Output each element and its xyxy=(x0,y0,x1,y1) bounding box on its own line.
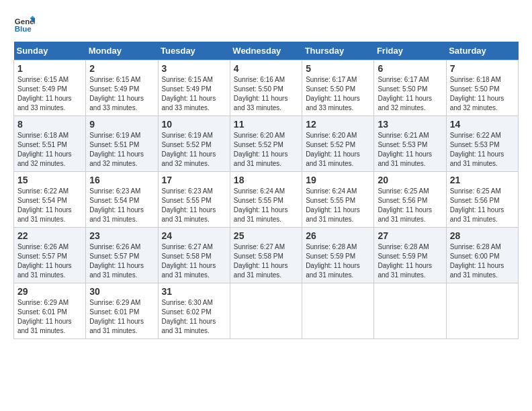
header-friday: Friday xyxy=(374,42,446,60)
day-info: Sunrise: 6:26 AMSunset: 5:57 PMDaylight:… xyxy=(89,242,154,280)
calendar-cell: 30Sunrise: 6:29 AMSunset: 6:01 PMDayligh… xyxy=(86,283,158,339)
day-info: Sunrise: 6:28 AMSunset: 5:59 PMDaylight:… xyxy=(378,242,442,280)
calendar-cell: 3Sunrise: 6:15 AMSunset: 5:49 PMDaylight… xyxy=(158,60,230,116)
calendar-cell xyxy=(374,283,446,339)
day-number: 5 xyxy=(306,63,370,74)
day-number: 26 xyxy=(306,230,370,241)
day-number: 16 xyxy=(89,175,154,185)
day-info: Sunrise: 6:22 AMSunset: 5:53 PMDaylight:… xyxy=(450,131,515,169)
calendar-row-2: 8Sunrise: 6:18 AMSunset: 5:51 PMDaylight… xyxy=(14,116,519,172)
day-info: Sunrise: 6:20 AMSunset: 5:52 PMDaylight:… xyxy=(306,131,370,169)
calendar-cell: 27Sunrise: 6:28 AMSunset: 5:59 PMDayligh… xyxy=(374,228,446,283)
calendar-cell: 16Sunrise: 6:23 AMSunset: 5:54 PMDayligh… xyxy=(86,172,158,228)
day-number: 8 xyxy=(17,119,82,130)
day-info: Sunrise: 6:24 AMSunset: 5:55 PMDaylight:… xyxy=(234,187,298,224)
header-tuesday: Tuesday xyxy=(158,42,230,60)
day-info: Sunrise: 6:29 AMSunset: 6:01 PMDaylight:… xyxy=(17,298,82,336)
day-number: 2 xyxy=(89,63,154,74)
calendar-cell: 13Sunrise: 6:21 AMSunset: 5:53 PMDayligh… xyxy=(374,116,446,172)
calendar-row-5: 29Sunrise: 6:29 AMSunset: 6:01 PMDayligh… xyxy=(14,283,519,339)
calendar-cell: 31Sunrise: 6:30 AMSunset: 6:02 PMDayligh… xyxy=(158,283,230,339)
day-info: Sunrise: 6:23 AMSunset: 5:55 PMDaylight:… xyxy=(162,187,226,224)
day-number: 4 xyxy=(234,63,298,74)
day-info: Sunrise: 6:23 AMSunset: 5:54 PMDaylight:… xyxy=(89,187,154,224)
day-info: Sunrise: 6:20 AMSunset: 5:52 PMDaylight:… xyxy=(234,131,298,169)
day-number: 22 xyxy=(17,230,82,241)
calendar-cell: 23Sunrise: 6:26 AMSunset: 5:57 PMDayligh… xyxy=(86,228,158,283)
calendar-cell: 4Sunrise: 6:16 AMSunset: 5:50 PMDaylight… xyxy=(230,60,302,116)
calendar-cell: 12Sunrise: 6:20 AMSunset: 5:52 PMDayligh… xyxy=(302,116,374,172)
day-info: Sunrise: 6:27 AMSunset: 5:58 PMDaylight:… xyxy=(234,242,298,280)
day-number: 18 xyxy=(234,175,298,185)
day-number: 10 xyxy=(162,119,226,130)
day-number: 29 xyxy=(17,286,82,297)
logo: General Blue xyxy=(13,13,38,35)
day-number: 17 xyxy=(162,175,226,185)
day-number: 7 xyxy=(450,63,515,74)
calendar-cell: 1Sunrise: 6:15 AMSunset: 5:49 PMDaylight… xyxy=(14,60,86,116)
day-number: 27 xyxy=(378,230,442,241)
day-info: Sunrise: 6:15 AMSunset: 5:49 PMDaylight:… xyxy=(17,75,82,113)
day-number: 12 xyxy=(306,119,370,130)
day-info: Sunrise: 6:25 AMSunset: 5:56 PMDaylight:… xyxy=(450,187,515,224)
day-info: Sunrise: 6:26 AMSunset: 5:57 PMDaylight:… xyxy=(17,242,82,280)
day-info: Sunrise: 6:29 AMSunset: 6:01 PMDaylight:… xyxy=(89,298,154,336)
day-number: 15 xyxy=(17,175,82,185)
calendar-cell: 18Sunrise: 6:24 AMSunset: 5:55 PMDayligh… xyxy=(230,172,302,228)
calendar-row-1: 1Sunrise: 6:15 AMSunset: 5:49 PMDaylight… xyxy=(14,60,519,116)
day-info: Sunrise: 6:15 AMSunset: 5:49 PMDaylight:… xyxy=(162,75,226,113)
calendar-cell: 11Sunrise: 6:20 AMSunset: 5:52 PMDayligh… xyxy=(230,116,302,172)
day-number: 19 xyxy=(306,175,370,185)
svg-text:Blue: Blue xyxy=(15,25,32,33)
day-number: 20 xyxy=(378,175,442,185)
calendar-cell: 24Sunrise: 6:27 AMSunset: 5:58 PMDayligh… xyxy=(158,228,230,283)
day-number: 28 xyxy=(450,230,515,241)
calendar-cell: 17Sunrise: 6:23 AMSunset: 5:55 PMDayligh… xyxy=(158,172,230,228)
day-info: Sunrise: 6:28 AMSunset: 6:00 PMDaylight:… xyxy=(450,242,515,280)
day-info: Sunrise: 6:30 AMSunset: 6:02 PMDaylight:… xyxy=(162,298,226,336)
calendar-cell: 25Sunrise: 6:27 AMSunset: 5:58 PMDayligh… xyxy=(230,228,302,283)
day-info: Sunrise: 6:19 AMSunset: 5:52 PMDaylight:… xyxy=(162,131,226,169)
day-info: Sunrise: 6:18 AMSunset: 5:50 PMDaylight:… xyxy=(450,75,515,113)
day-number: 6 xyxy=(378,63,442,74)
calendar-row-4: 22Sunrise: 6:26 AMSunset: 5:57 PMDayligh… xyxy=(14,228,519,283)
calendar-cell: 7Sunrise: 6:18 AMSunset: 5:50 PMDaylight… xyxy=(446,60,518,116)
day-number: 31 xyxy=(162,286,226,297)
calendar-cell: 5Sunrise: 6:17 AMSunset: 5:50 PMDaylight… xyxy=(302,60,374,116)
calendar-cell: 8Sunrise: 6:18 AMSunset: 5:51 PMDaylight… xyxy=(14,116,86,172)
day-number: 23 xyxy=(89,230,154,241)
day-number: 1 xyxy=(17,63,82,74)
day-number: 3 xyxy=(162,63,226,74)
day-number: 30 xyxy=(89,286,154,297)
header-sunday: Sunday xyxy=(14,42,86,60)
day-info: Sunrise: 6:15 AMSunset: 5:49 PMDaylight:… xyxy=(89,75,154,113)
day-info: Sunrise: 6:24 AMSunset: 5:55 PMDaylight:… xyxy=(306,187,370,224)
calendar-cell: 19Sunrise: 6:24 AMSunset: 5:55 PMDayligh… xyxy=(302,172,374,228)
calendar-table: SundayMondayTuesdayWednesdayThursdayFrid… xyxy=(13,42,519,339)
day-info: Sunrise: 6:19 AMSunset: 5:51 PMDaylight:… xyxy=(89,131,154,169)
calendar-cell xyxy=(302,283,374,339)
day-info: Sunrise: 6:21 AMSunset: 5:53 PMDaylight:… xyxy=(378,131,442,169)
header-saturday: Saturday xyxy=(446,42,518,60)
header-wednesday: Wednesday xyxy=(230,42,302,60)
calendar-header-row: SundayMondayTuesdayWednesdayThursdayFrid… xyxy=(14,42,519,60)
calendar-cell: 20Sunrise: 6:25 AMSunset: 5:56 PMDayligh… xyxy=(374,172,446,228)
day-number: 14 xyxy=(450,119,515,130)
day-number: 11 xyxy=(234,119,298,130)
calendar-cell: 21Sunrise: 6:25 AMSunset: 5:56 PMDayligh… xyxy=(446,172,518,228)
calendar-cell: 22Sunrise: 6:26 AMSunset: 5:57 PMDayligh… xyxy=(14,228,86,283)
header-monday: Monday xyxy=(86,42,158,60)
day-info: Sunrise: 6:16 AMSunset: 5:50 PMDaylight:… xyxy=(234,75,298,113)
calendar-cell xyxy=(446,283,518,339)
logo-icon: General Blue xyxy=(13,13,35,35)
calendar-cell: 29Sunrise: 6:29 AMSunset: 6:01 PMDayligh… xyxy=(14,283,86,339)
calendar-cell: 10Sunrise: 6:19 AMSunset: 5:52 PMDayligh… xyxy=(158,116,230,172)
day-number: 25 xyxy=(234,230,298,241)
day-info: Sunrise: 6:17 AMSunset: 5:50 PMDaylight:… xyxy=(378,75,442,113)
calendar-cell: 2Sunrise: 6:15 AMSunset: 5:49 PMDaylight… xyxy=(86,60,158,116)
calendar-cell xyxy=(230,283,302,339)
calendar-cell: 14Sunrise: 6:22 AMSunset: 5:53 PMDayligh… xyxy=(446,116,518,172)
day-number: 9 xyxy=(89,119,154,130)
header-thursday: Thursday xyxy=(302,42,374,60)
calendar-cell: 6Sunrise: 6:17 AMSunset: 5:50 PMDaylight… xyxy=(374,60,446,116)
